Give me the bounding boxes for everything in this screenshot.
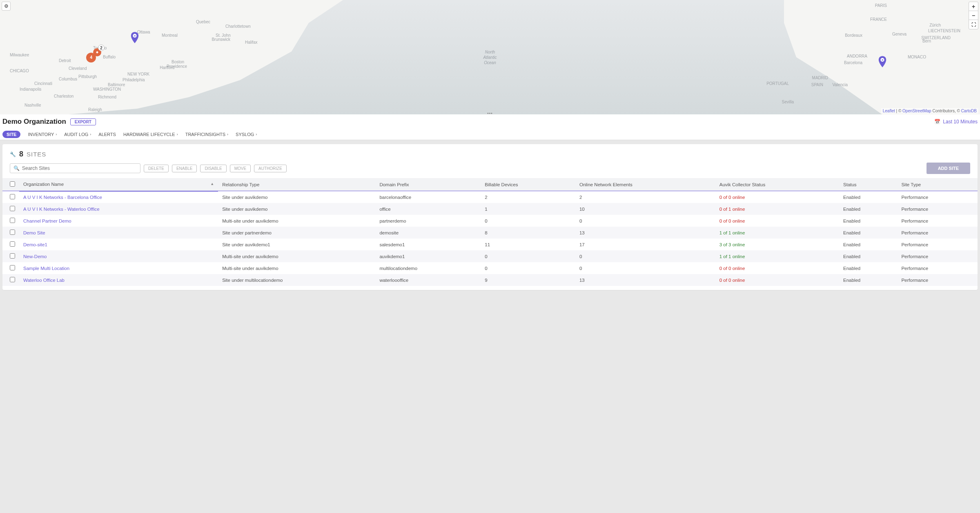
cell-collector: 0 of 1 online xyxy=(715,203,839,215)
cell-type: Performance xyxy=(897,203,978,215)
enable-button[interactable]: ENABLE xyxy=(172,165,197,172)
org-name-link[interactable]: Sample Multi Location xyxy=(23,266,69,271)
tab-syslog[interactable]: SYSLOG› xyxy=(236,132,257,137)
col-status[interactable]: Status xyxy=(839,178,897,191)
cell-billable: 9 xyxy=(481,274,575,286)
cell-online: 0 xyxy=(575,215,715,227)
map-settings-button[interactable]: ⚙ xyxy=(2,2,11,11)
map-label-detroit: Detroit xyxy=(59,58,71,63)
map-label-halifax: Halifax xyxy=(245,40,258,45)
map[interactable]: CHICAGO Detroit Cleveland Indianapolis C… xyxy=(0,0,980,114)
map-label-philadelphia: Philadelphia xyxy=(122,78,145,82)
tab-inventory[interactable]: INVENTORY› xyxy=(28,132,57,137)
chevron-right-icon: › xyxy=(90,132,91,136)
col-relationship-type[interactable]: Relationship Type xyxy=(218,178,375,191)
page-header: Demo Organization EXPORT 📅 Last 10 Minut… xyxy=(0,114,980,129)
cell-billable: 1 xyxy=(481,203,575,215)
osm-link[interactable]: OpenStreetMap xyxy=(902,109,931,113)
map-cluster-orange-2[interactable]: 4 xyxy=(86,53,96,62)
chevron-right-icon: › xyxy=(56,132,57,136)
map-resize-handle[interactable]: ••• xyxy=(487,111,493,114)
col-collector-status[interactable]: Auvik Collector Status xyxy=(715,178,839,191)
row-checkbox[interactable] xyxy=(10,277,15,282)
map-label-liecht: LIECHTENSTEIN xyxy=(928,29,960,33)
time-range-selector[interactable]: 📅 Last 10 Minutes xyxy=(934,119,978,125)
row-checkbox[interactable] xyxy=(10,230,15,235)
tab-traffic-insights[interactable]: TRAFFICINSIGHTS› xyxy=(185,132,228,137)
cell-online: 13 xyxy=(575,227,715,239)
row-checkbox[interactable] xyxy=(10,194,15,199)
select-all-checkbox[interactable] xyxy=(10,181,15,187)
cell-domain: partnerdemo xyxy=(375,215,481,227)
fullscreen-button[interactable]: ⛶ xyxy=(969,20,978,29)
map-label-paris: PARIS xyxy=(875,3,887,8)
row-checkbox[interactable] xyxy=(10,265,15,270)
map-label-cincinnati: Cincinnati xyxy=(34,81,52,86)
chevron-right-icon: › xyxy=(177,132,178,136)
col-domain-prefix[interactable]: Domain Prefix xyxy=(375,178,481,191)
org-name-link[interactable]: Demo-site1 xyxy=(23,242,47,247)
org-name-link[interactable]: A U V I K Networks - Barcelona Office xyxy=(23,195,102,200)
chevron-right-icon: › xyxy=(256,132,257,136)
chevron-right-icon: › xyxy=(227,132,228,136)
map-label-seville: Sevilla xyxy=(782,100,794,104)
map-pin-barcelona[interactable]: ★ xyxy=(878,56,887,67)
cell-status: Enabled xyxy=(839,250,897,262)
cell-domain: auvikdemo1 xyxy=(375,250,481,262)
org-name-link[interactable]: New-Demo xyxy=(23,254,47,259)
add-site-button[interactable]: ADD SITE xyxy=(927,163,970,174)
col-billable-devices[interactable]: Billable Devices xyxy=(481,178,575,191)
zoom-out-button[interactable]: − xyxy=(969,11,978,20)
map-label-boston: Boston xyxy=(172,60,184,64)
map-label-montreal: Montreal xyxy=(162,33,178,38)
row-checkbox[interactable] xyxy=(10,206,15,211)
tab-alerts[interactable]: ALERTS xyxy=(98,132,116,137)
col-site-type[interactable]: Site Type xyxy=(897,178,978,191)
map-label-valencia: Valencia xyxy=(832,83,848,87)
row-checkbox[interactable] xyxy=(10,253,15,259)
table-row: A U V I K Networks - Waterloo Office Sit… xyxy=(2,203,978,215)
org-name-link[interactable]: Channel Partner Demo xyxy=(23,219,71,223)
authorize-button[interactable]: AUTHORIZE xyxy=(254,165,287,172)
sites-toolbar: 🔍 DELETE ENABLE DISABLE MOVE AUTHORIZE A… xyxy=(2,163,978,178)
map-label-bordeaux: Bordeaux xyxy=(845,33,862,38)
map-pin-ontario[interactable]: ★ xyxy=(130,32,139,43)
map-label-buffalo: Buffalo xyxy=(103,55,116,59)
cell-billable: 2 xyxy=(481,191,575,203)
carto-link[interactable]: CartoDB xyxy=(961,109,977,113)
map-label-france: FRANCE xyxy=(870,17,887,22)
map-label-baltimore: Baltimore xyxy=(108,83,125,87)
cell-relationship: Site under auvikdemo xyxy=(218,191,375,203)
search-icon: 🔍 xyxy=(13,165,20,171)
tab-site[interactable]: SITE xyxy=(2,131,20,138)
move-button[interactable]: MOVE xyxy=(230,165,251,172)
org-name-link[interactable]: Waterloo Office Lab xyxy=(23,278,65,283)
cell-type: Performance xyxy=(897,215,978,227)
map-label-spain: SPAIN xyxy=(811,83,823,87)
col-online-elements[interactable]: Online Network Elements xyxy=(575,178,715,191)
map-label-andorra: ANDORRA xyxy=(847,54,867,58)
search-input[interactable] xyxy=(22,165,137,171)
cell-type: Performance xyxy=(897,239,978,250)
tab-hardware-lifecycle[interactable]: HARDWARE LIFECYCLE› xyxy=(123,132,178,137)
disable-button[interactable]: DISABLE xyxy=(200,165,226,172)
export-button[interactable]: EXPORT xyxy=(70,118,96,125)
org-name-link[interactable]: A U V I K Networks - Waterloo Office xyxy=(23,207,100,212)
row-checkbox[interactable] xyxy=(10,218,15,223)
cell-collector: 1 of 1 online xyxy=(715,227,839,239)
col-organization-name[interactable]: Organization Name▲ xyxy=(19,178,218,191)
nav-tabs: SITE INVENTORY› AUDIT LOG› ALERTS HARDWA… xyxy=(0,129,980,140)
leaflet-link[interactable]: Leaflet xyxy=(883,109,895,113)
row-checkbox[interactable] xyxy=(10,241,15,247)
cell-type: Performance xyxy=(897,250,978,262)
svg-text:★: ★ xyxy=(134,34,136,38)
map-label-bern: Bern xyxy=(922,39,931,43)
wrench-icon: 🔧 xyxy=(10,152,16,157)
cell-online: 10 xyxy=(575,203,715,215)
tab-audit-log[interactable]: AUDIT LOG› xyxy=(64,132,91,137)
map-label-geneva: Geneva xyxy=(892,32,906,36)
zoom-in-button[interactable]: + xyxy=(969,2,978,11)
cell-online: 0 xyxy=(575,250,715,262)
delete-button[interactable]: DELETE xyxy=(144,165,169,172)
org-name-link[interactable]: Demo Site xyxy=(23,230,45,235)
